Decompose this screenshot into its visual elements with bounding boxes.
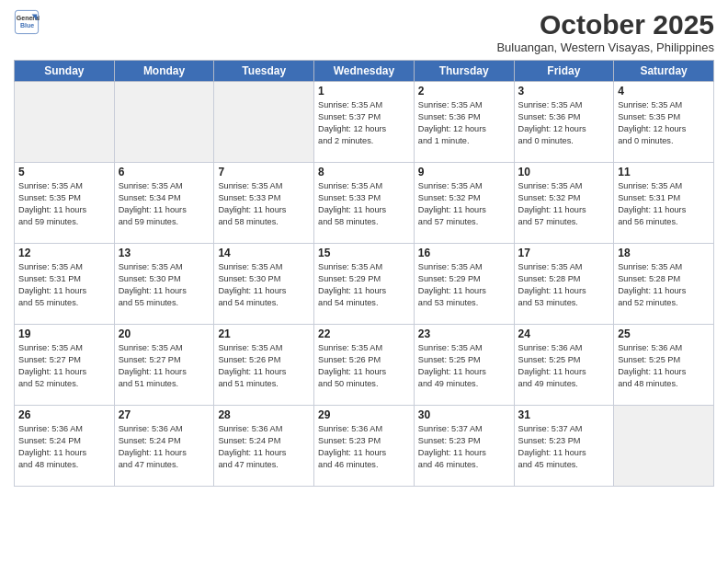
weekday-header-monday: Monday [114, 61, 214, 82]
calendar-day: 25Sunrise: 5:36 AMSunset: 5:25 PMDayligh… [614, 325, 714, 406]
day-info: Sunrise: 5:35 AMSunset: 5:36 PMDaylight:… [418, 99, 510, 147]
day-number: 5 [18, 166, 110, 178]
calendar-day: 20Sunrise: 5:35 AMSunset: 5:27 PMDayligh… [114, 325, 214, 406]
calendar-day: 19Sunrise: 5:35 AMSunset: 5:27 PMDayligh… [15, 325, 115, 406]
day-number: 2 [418, 85, 510, 98]
day-info: Sunrise: 5:35 AMSunset: 5:26 PMDaylight:… [318, 342, 410, 390]
day-number: 4 [618, 85, 710, 98]
calendar-table: SundayMondayTuesdayWednesdayThursdayFrid… [14, 60, 714, 487]
day-info: Sunrise: 5:35 AMSunset: 5:25 PMDaylight:… [418, 342, 510, 390]
calendar-week-5: 26Sunrise: 5:36 AMSunset: 5:24 PMDayligh… [15, 406, 714, 487]
calendar-day: 7Sunrise: 5:35 AMSunset: 5:33 PMDaylight… [214, 163, 314, 244]
day-info: Sunrise: 5:35 AMSunset: 5:35 PMDaylight:… [18, 180, 110, 228]
calendar-day: 21Sunrise: 5:35 AMSunset: 5:26 PMDayligh… [214, 325, 314, 406]
day-number: 29 [318, 408, 410, 421]
day-number: 23 [418, 327, 510, 340]
day-info: Sunrise: 5:35 AMSunset: 5:26 PMDaylight:… [218, 342, 310, 390]
calendar-day: 29Sunrise: 5:36 AMSunset: 5:23 PMDayligh… [314, 406, 415, 487]
calendar-day: 11Sunrise: 5:35 AMSunset: 5:31 PMDayligh… [614, 163, 714, 244]
day-info: Sunrise: 5:35 AMSunset: 5:27 PMDaylight:… [119, 342, 210, 390]
calendar-day: 4Sunrise: 5:35 AMSunset: 5:35 PMDaylight… [614, 82, 714, 163]
calendar-day [214, 82, 314, 163]
day-number: 19 [18, 327, 110, 340]
svg-text:Blue: Blue [20, 22, 34, 29]
day-number: 31 [518, 408, 610, 421]
day-info: Sunrise: 5:35 AMSunset: 5:34 PMDaylight:… [119, 180, 210, 228]
calendar-day: 9Sunrise: 5:35 AMSunset: 5:32 PMDaylight… [414, 163, 514, 244]
day-info: Sunrise: 5:36 AMSunset: 5:25 PMDaylight:… [618, 342, 710, 390]
calendar-day: 24Sunrise: 5:36 AMSunset: 5:25 PMDayligh… [514, 325, 614, 406]
calendar-day: 2Sunrise: 5:35 AMSunset: 5:36 PMDaylight… [414, 82, 514, 163]
header: General Blue General Blue October 2025 B… [14, 9, 714, 54]
calendar-day: 17Sunrise: 5:35 AMSunset: 5:28 PMDayligh… [514, 244, 614, 325]
day-number: 21 [218, 327, 310, 340]
day-number: 26 [18, 408, 110, 421]
day-info: Sunrise: 5:35 AMSunset: 5:33 PMDaylight:… [318, 180, 410, 228]
day-number: 15 [318, 247, 410, 259]
day-info: Sunrise: 5:36 AMSunset: 5:24 PMDaylight:… [218, 423, 310, 471]
month-title: October 2025 [496, 9, 714, 40]
calendar-day: 30Sunrise: 5:37 AMSunset: 5:23 PMDayligh… [414, 406, 514, 487]
day-info: Sunrise: 5:35 AMSunset: 5:33 PMDaylight:… [218, 180, 310, 228]
day-number: 14 [218, 247, 310, 259]
weekday-header-row: SundayMondayTuesdayWednesdayThursdayFrid… [15, 61, 714, 82]
day-number: 30 [418, 408, 510, 421]
day-info: Sunrise: 5:35 AMSunset: 5:28 PMDaylight:… [518, 261, 610, 309]
calendar-day: 1Sunrise: 5:35 AMSunset: 5:37 PMDaylight… [314, 82, 415, 163]
calendar-day: 12Sunrise: 5:35 AMSunset: 5:31 PMDayligh… [15, 244, 115, 325]
weekday-header-sunday: Sunday [15, 61, 115, 82]
day-info: Sunrise: 5:36 AMSunset: 5:23 PMDaylight:… [318, 423, 410, 471]
title-block: October 2025 Buluangan, Western Visayas,… [496, 9, 714, 54]
day-number: 10 [518, 166, 610, 178]
logo-icon: General Blue [14, 9, 40, 35]
calendar-day [114, 82, 214, 163]
weekday-header-wednesday: Wednesday [314, 61, 415, 82]
calendar-day: 28Sunrise: 5:36 AMSunset: 5:24 PMDayligh… [214, 406, 314, 487]
calendar-week-2: 5Sunrise: 5:35 AMSunset: 5:35 PMDaylight… [15, 163, 714, 244]
calendar-day: 14Sunrise: 5:35 AMSunset: 5:30 PMDayligh… [214, 244, 314, 325]
day-info: Sunrise: 5:35 AMSunset: 5:30 PMDaylight:… [218, 261, 310, 309]
calendar-day: 8Sunrise: 5:35 AMSunset: 5:33 PMDaylight… [314, 163, 415, 244]
day-number: 7 [218, 166, 310, 178]
day-number: 8 [318, 166, 410, 178]
logo: General Blue General Blue [14, 9, 40, 35]
page: General Blue General Blue October 2025 B… [0, 0, 728, 563]
day-number: 9 [418, 166, 510, 178]
day-info: Sunrise: 5:35 AMSunset: 5:29 PMDaylight:… [318, 261, 410, 309]
day-info: Sunrise: 5:35 AMSunset: 5:28 PMDaylight:… [618, 261, 710, 309]
day-info: Sunrise: 5:36 AMSunset: 5:24 PMDaylight:… [18, 423, 110, 471]
calendar-day: 15Sunrise: 5:35 AMSunset: 5:29 PMDayligh… [314, 244, 415, 325]
day-info: Sunrise: 5:35 AMSunset: 5:32 PMDaylight:… [418, 180, 510, 228]
calendar-day: 16Sunrise: 5:35 AMSunset: 5:29 PMDayligh… [414, 244, 514, 325]
day-number: 13 [119, 247, 210, 259]
day-number: 3 [518, 85, 610, 98]
calendar-day: 5Sunrise: 5:35 AMSunset: 5:35 PMDaylight… [15, 163, 115, 244]
calendar-day: 22Sunrise: 5:35 AMSunset: 5:26 PMDayligh… [314, 325, 415, 406]
calendar-day: 26Sunrise: 5:36 AMSunset: 5:24 PMDayligh… [15, 406, 115, 487]
day-info: Sunrise: 5:36 AMSunset: 5:25 PMDaylight:… [518, 342, 610, 390]
day-info: Sunrise: 5:35 AMSunset: 5:31 PMDaylight:… [618, 180, 710, 228]
day-info: Sunrise: 5:35 AMSunset: 5:27 PMDaylight:… [18, 342, 110, 390]
day-number: 17 [518, 247, 610, 259]
day-number: 1 [318, 85, 410, 98]
calendar-day: 18Sunrise: 5:35 AMSunset: 5:28 PMDayligh… [614, 244, 714, 325]
weekday-header-friday: Friday [514, 61, 614, 82]
day-number: 25 [618, 327, 710, 340]
day-number: 28 [218, 408, 310, 421]
day-info: Sunrise: 5:37 AMSunset: 5:23 PMDaylight:… [518, 423, 610, 471]
day-number: 18 [618, 247, 710, 259]
day-number: 20 [119, 327, 210, 340]
calendar-day: 3Sunrise: 5:35 AMSunset: 5:36 PMDaylight… [514, 82, 614, 163]
location-subtitle: Buluangan, Western Visayas, Philippines [496, 40, 714, 54]
calendar-day: 13Sunrise: 5:35 AMSunset: 5:30 PMDayligh… [114, 244, 214, 325]
day-info: Sunrise: 5:35 AMSunset: 5:31 PMDaylight:… [18, 261, 110, 309]
day-number: 6 [119, 166, 210, 178]
day-info: Sunrise: 5:35 AMSunset: 5:36 PMDaylight:… [518, 99, 610, 147]
weekday-header-saturday: Saturday [614, 61, 714, 82]
calendar-day: 10Sunrise: 5:35 AMSunset: 5:32 PMDayligh… [514, 163, 614, 244]
day-info: Sunrise: 5:35 AMSunset: 5:29 PMDaylight:… [418, 261, 510, 309]
calendar-day: 31Sunrise: 5:37 AMSunset: 5:23 PMDayligh… [514, 406, 614, 487]
calendar-week-3: 12Sunrise: 5:35 AMSunset: 5:31 PMDayligh… [15, 244, 714, 325]
day-info: Sunrise: 5:37 AMSunset: 5:23 PMDaylight:… [418, 423, 510, 471]
day-info: Sunrise: 5:35 AMSunset: 5:30 PMDaylight:… [119, 261, 210, 309]
